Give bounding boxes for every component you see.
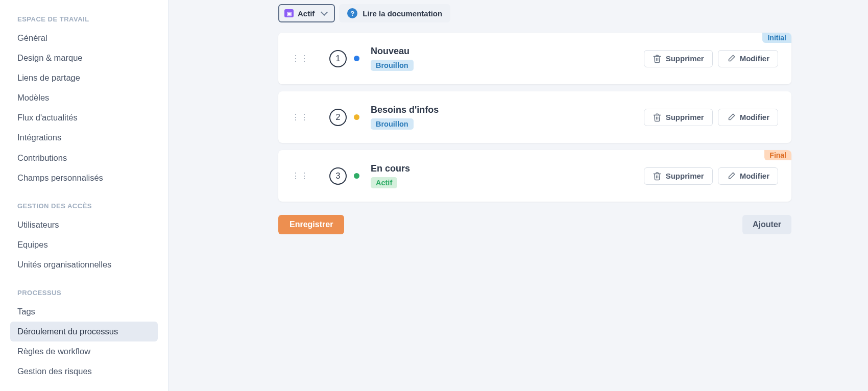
- sidebar-item[interactable]: Modèles: [10, 88, 158, 108]
- doc-link-label: Lire la documentation: [363, 9, 442, 18]
- workflow-step-card: Final⋮⋮3En coursActifSupprimerModifier: [278, 150, 791, 202]
- sidebar-item[interactable]: Général: [10, 28, 158, 48]
- edit-button[interactable]: Modifier: [718, 109, 778, 126]
- toolbar: ▣ Actif ? Lire la documentation: [278, 4, 791, 22]
- drag-handle-icon[interactable]: ⋮⋮: [292, 174, 309, 179]
- step-number: 3: [329, 167, 347, 185]
- status-pill: Brouillon: [371, 60, 414, 71]
- card-actions: SupprimerModifier: [644, 167, 778, 185]
- pencil-icon: [727, 54, 736, 63]
- status-color-dot: [354, 114, 359, 120]
- card-actions: SupprimerModifier: [644, 50, 778, 67]
- edit-label: Modifier: [740, 172, 769, 180]
- delete-label: Supprimer: [666, 113, 704, 121]
- workflow-step-card: ⋮⋮2Besoins d'infosBrouillonSupprimerModi…: [278, 91, 791, 143]
- sidebar-item[interactable]: Equipes: [10, 235, 158, 255]
- sidebar-item[interactable]: Liens de partage: [10, 68, 158, 88]
- sidebar-section-title: PROCESSUS: [17, 289, 158, 297]
- edit-label: Modifier: [740, 54, 769, 63]
- presentation-icon: ▣: [284, 9, 294, 17]
- sidebar-item[interactable]: Intégrations: [10, 128, 158, 148]
- chevron-down-icon: [321, 9, 328, 16]
- delete-button[interactable]: Supprimer: [644, 109, 713, 126]
- sidebar-item[interactable]: Design & marque: [10, 48, 158, 68]
- sidebar-item[interactable]: Utilisateurs: [10, 215, 158, 235]
- status-filter-label: Actif: [298, 9, 315, 18]
- sidebar-item[interactable]: Tags: [10, 302, 158, 322]
- step-info: NouveauBrouillon: [371, 46, 644, 71]
- read-documentation-link[interactable]: ? Lire la documentation: [339, 4, 450, 22]
- help-icon: ?: [347, 8, 357, 18]
- sidebar-item[interactable]: Déroulement du processus: [10, 322, 158, 341]
- status-pill: Actif: [371, 177, 397, 188]
- pencil-icon: [727, 172, 736, 181]
- card-actions: SupprimerModifier: [644, 109, 778, 126]
- corner-badge: Final: [764, 150, 791, 160]
- status-color-dot: [354, 173, 359, 179]
- edit-button[interactable]: Modifier: [718, 50, 778, 67]
- status-filter-dropdown[interactable]: ▣ Actif: [278, 4, 335, 22]
- sidebar-section-title: ESPACE DE TRAVAIL: [17, 15, 158, 23]
- pencil-icon: [727, 113, 736, 122]
- trash-icon: [653, 113, 662, 122]
- step-title: Nouveau: [371, 46, 644, 57]
- sidebar: ESPACE DE TRAVAILGénéralDesign & marqueL…: [0, 0, 168, 391]
- sidebar-item[interactable]: Règles de workflow: [10, 341, 158, 361]
- sidebar-item[interactable]: Champs personnalisés: [10, 168, 158, 188]
- edit-button[interactable]: Modifier: [718, 167, 778, 185]
- step-title: Besoins d'infos: [371, 105, 644, 115]
- status-pill: Brouillon: [371, 118, 414, 130]
- workflow-step-card: Initial⋮⋮1NouveauBrouillonSupprimerModif…: [278, 33, 791, 84]
- step-number: 1: [329, 50, 347, 67]
- sidebar-item[interactable]: Unités organisationnelles: [10, 255, 158, 275]
- sidebar-item[interactable]: Contributions: [10, 148, 158, 168]
- edit-label: Modifier: [740, 113, 769, 121]
- delete-label: Supprimer: [666, 54, 704, 63]
- add-button[interactable]: Ajouter: [742, 215, 791, 234]
- step-info: En coursActif: [371, 163, 644, 188]
- delete-label: Supprimer: [666, 172, 704, 180]
- step-number: 2: [329, 109, 347, 126]
- delete-button[interactable]: Supprimer: [644, 167, 713, 185]
- trash-icon: [653, 172, 662, 181]
- sidebar-section-title: GESTION DES ACCÈS: [17, 202, 158, 210]
- main-content: ▣ Actif ? Lire la documentation Initial⋮…: [168, 0, 868, 391]
- sidebar-item[interactable]: Gestion des risques: [10, 361, 158, 381]
- action-row: Enregistrer Ajouter: [278, 215, 791, 234]
- step-title: En cours: [371, 163, 644, 174]
- status-color-dot: [354, 56, 359, 61]
- delete-button[interactable]: Supprimer: [644, 50, 713, 67]
- drag-handle-icon[interactable]: ⋮⋮: [292, 56, 309, 61]
- trash-icon: [653, 54, 662, 63]
- sidebar-item[interactable]: Flux d'actualités: [10, 108, 158, 128]
- drag-handle-icon[interactable]: ⋮⋮: [292, 115, 309, 120]
- save-button[interactable]: Enregistrer: [278, 215, 344, 234]
- corner-badge: Initial: [762, 33, 791, 43]
- step-info: Besoins d'infosBrouillon: [371, 105, 644, 130]
